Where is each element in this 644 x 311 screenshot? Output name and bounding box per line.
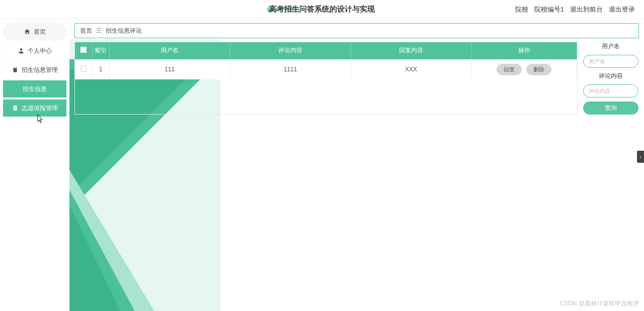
side-panel-toggle[interactable]: ‹: [637, 151, 644, 163]
cell-comment: 1111: [230, 59, 351, 79]
user-icon: [18, 47, 25, 54]
topbar: 操作成功 高考招生问答系统的设计与实现 院校 院校编号1 退出到前台 退出登录: [0, 0, 644, 19]
nav-enroll-mgmt[interactable]: 招生信息管理: [3, 61, 66, 78]
search-username-label: 用户名: [602, 42, 620, 51]
chevron-left-icon: ‹: [639, 154, 641, 160]
nav-enroll-mgmt-label: 招生信息管理: [22, 66, 58, 74]
nav-wish-mgmt-label: 志愿填报管理: [22, 104, 58, 113]
header-action: 操作: [471, 42, 577, 59]
nav-profile-label: 个人中心: [28, 47, 52, 55]
cell-index: 1: [92, 59, 109, 79]
cell-actions: 回复 删除: [471, 59, 577, 79]
search-username-input[interactable]: [583, 55, 638, 68]
comments-table: 索引 用户名 评论内容 回复内容 操作 1 111 1111: [74, 42, 578, 115]
search-comment-input[interactable]: [583, 84, 638, 97]
row-checkbox[interactable]: [75, 59, 92, 79]
nav-enroll-info[interactable]: 招生信息: [3, 80, 66, 97]
exit-front-link[interactable]: 退出到前台: [570, 5, 603, 14]
svg-rect-5: [14, 108, 17, 109]
breadcrumb: 首页 ☰ 招生信息评论: [74, 23, 639, 38]
role-label: 院校: [515, 5, 528, 14]
nav-home-label: 首页: [34, 28, 46, 36]
header-username: 用户名: [109, 42, 230, 59]
header-index: 索引: [92, 42, 109, 59]
top-right-links: 院校 院校编号1 退出到前台 退出登录: [515, 5, 635, 14]
svg-rect-4: [14, 107, 17, 108]
watermark: CSDN @基林计算机毕设程序: [559, 299, 639, 308]
cell-username: 111: [109, 59, 230, 79]
breadcrumb-separator-icon: ☰: [96, 27, 102, 34]
delete-button[interactable]: 删除: [526, 64, 551, 75]
svg-marker-11: [69, 205, 125, 311]
svg-rect-1: [14, 67, 17, 72]
search-comment-label: 评论内容: [599, 72, 623, 80]
table-header-row: 索引 用户名 评论内容 回复内容 操作: [75, 42, 577, 59]
breadcrumb-current: 招生信息评论: [106, 27, 142, 35]
header-checkbox[interactable]: [75, 42, 92, 59]
list-icon: [12, 105, 19, 112]
nav-wish-mgmt[interactable]: 志愿填报管理: [3, 99, 66, 117]
page-title: 高考招生问答系统的设计与实现: [269, 5, 375, 14]
table-row: 1 111 1111 XXX 回复 删除: [75, 59, 577, 79]
logout-link[interactable]: 退出登录: [609, 5, 635, 14]
reply-button[interactable]: 回复: [497, 64, 522, 75]
nav-home[interactable]: 首页: [3, 23, 66, 40]
svg-marker-9: [69, 170, 160, 311]
nav-enroll-info-label: 招生信息: [23, 85, 47, 93]
header-comment: 评论内容: [230, 42, 351, 59]
nav-profile[interactable]: 个人中心: [3, 42, 66, 59]
search-query-button[interactable]: 查询: [583, 101, 638, 115]
home-icon: [24, 28, 31, 35]
header-reply: 回复内容: [351, 42, 471, 59]
content-area: 首页 ☰ 招生信息评论 索引 用户名 评论内容 回复内容 操作: [69, 19, 644, 311]
cell-reply: XXX: [351, 59, 471, 79]
user-label: 院校编号1: [534, 5, 564, 14]
search-panel: 用户名 评论内容 查询: [583, 42, 639, 115]
clipboard-icon: [12, 66, 19, 73]
svg-rect-2: [14, 67, 16, 68]
sidebar: 首页 个人中心 招生信息管理 招生信息 志愿填报管理: [0, 19, 69, 311]
breadcrumb-home[interactable]: 首页: [80, 27, 92, 35]
svg-point-0: [20, 48, 23, 51]
svg-marker-10: [69, 190, 140, 311]
